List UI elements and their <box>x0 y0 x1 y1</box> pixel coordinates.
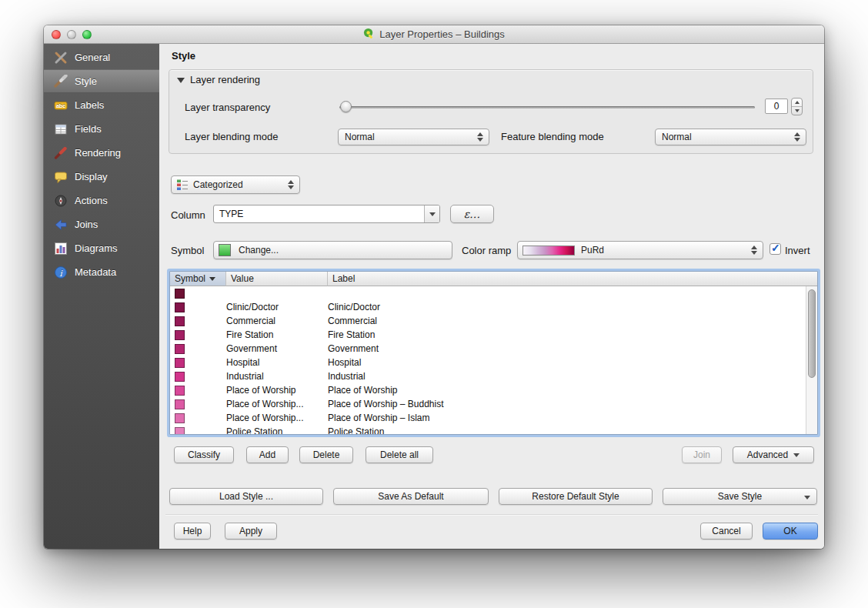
table-scrollbar-thumb[interactable] <box>808 289 816 378</box>
table-scrollbar[interactable] <box>806 286 817 434</box>
transparency-slider-handle[interactable] <box>340 101 352 112</box>
category-label: Commercial <box>328 316 817 326</box>
category-symbol-swatch[interactable] <box>175 330 185 340</box>
minimize-button[interactable] <box>67 30 76 39</box>
page-title: Style <box>172 50 195 62</box>
save-style-menu-arrow-icon <box>804 496 810 499</box>
join-label: Join <box>693 449 710 460</box>
column-combobox[interactable]: TYPE <box>213 205 440 223</box>
add-label: Add <box>259 449 275 460</box>
ok-button[interactable]: OK <box>763 523 818 540</box>
category-symbol-swatch[interactable] <box>175 386 185 396</box>
value-column-header[interactable]: Value <box>226 272 328 286</box>
layer-blending-mode-dropdown[interactable]: Normal <box>338 129 489 145</box>
category-row[interactable] <box>170 286 817 300</box>
category-row[interactable]: Police Station Police Station <box>170 425 817 435</box>
classify-button[interactable]: Classify <box>174 446 234 463</box>
save-style-button[interactable]: Save Style <box>663 488 817 505</box>
category-symbol-swatch[interactable] <box>175 413 185 423</box>
renderer-dropdown[interactable]: Categorized <box>171 175 300 194</box>
window-title: Layer Properties – Buildings <box>363 28 505 42</box>
sidebar-item-fields[interactable]: Fields <box>44 117 159 141</box>
stepper-down-button[interactable] <box>792 106 802 115</box>
style-icon <box>54 75 68 89</box>
category-row[interactable]: Fire Station Fire Station <box>170 328 817 342</box>
cancel-button[interactable]: Cancel <box>700 523 753 540</box>
sidebar-item-metadata[interactable]: i Metadata <box>44 260 159 284</box>
apply-button[interactable]: Apply <box>225 523 277 540</box>
join-button[interactable]: Join <box>682 446 722 463</box>
collapse-triangle-icon[interactable] <box>177 78 185 83</box>
save-as-default-button[interactable]: Save As Default <box>333 488 489 505</box>
combo-arrow-button[interactable] <box>424 205 439 222</box>
category-symbol-swatch[interactable] <box>175 372 185 382</box>
help-button[interactable]: Help <box>174 523 211 540</box>
title-bar[interactable]: Layer Properties – Buildings <box>44 25 824 44</box>
expression-builder-button[interactable]: ε… <box>450 205 494 223</box>
sidebar-item-display[interactable]: Display <box>44 165 159 189</box>
sidebar-item-general[interactable]: General <box>44 45 159 69</box>
restore-default-style-button[interactable]: Restore Default Style <box>499 488 653 505</box>
category-symbol-swatch[interactable] <box>175 316 185 326</box>
sidebar-item-actions[interactable]: Actions <box>44 189 159 212</box>
advanced-button[interactable]: Advanced <box>733 446 814 463</box>
close-button[interactable] <box>52 30 61 39</box>
help-label: Help <box>183 526 202 536</box>
sidebar-item-diagrams[interactable]: Diagrams <box>44 236 159 260</box>
category-row[interactable]: Place of Worship... Place of Worship – B… <box>170 397 817 411</box>
sidebar-label-joins: Joins <box>75 219 98 230</box>
sidebar-item-labels[interactable]: abc Labels <box>44 93 159 117</box>
delete-button[interactable]: Delete <box>299 446 353 463</box>
invert-checkbox[interactable] <box>770 243 781 255</box>
sidebar-item-rendering[interactable]: Rendering <box>44 141 159 165</box>
category-symbol-swatch[interactable] <box>175 289 185 299</box>
category-row[interactable]: Hospital Hospital <box>170 356 817 369</box>
popup-arrows-icon <box>285 180 296 189</box>
label-column-header[interactable]: Label <box>328 272 817 286</box>
category-row[interactable]: Clinic/Doctor Clinic/Doctor <box>170 300 817 314</box>
transparency-slider-track[interactable] <box>339 106 755 109</box>
category-symbol-cell <box>170 302 226 312</box>
layer-blending-mode-label: Layer blending mode <box>185 131 278 143</box>
popup-arrows-icon <box>749 246 760 255</box>
symbol-change-button[interactable]: Change... <box>213 241 452 259</box>
category-symbol-swatch[interactable] <box>175 302 185 312</box>
category-symbol-cell <box>170 330 226 340</box>
category-row[interactable]: Government Government <box>170 342 817 356</box>
category-row[interactable]: Industrial Industrial <box>170 369 817 383</box>
sidebar-item-style[interactable]: Style <box>44 69 159 93</box>
cancel-label: Cancel <box>712 526 740 536</box>
add-button[interactable]: Add <box>246 446 289 463</box>
layer-blending-mode-value: Normal <box>339 132 475 142</box>
category-symbol-swatch[interactable] <box>175 399 185 409</box>
sidebar-item-joins[interactable]: Joins <box>44 212 159 236</box>
sidebar-label-general: General <box>75 52 110 63</box>
category-row[interactable]: Commercial Commercial <box>170 314 817 328</box>
delete-all-button[interactable]: Delete all <box>366 446 433 463</box>
transparency-value-input[interactable] <box>765 99 788 114</box>
category-value: Place of Worship <box>226 385 328 396</box>
popup-arrows-icon <box>792 132 803 142</box>
renderer-value: Categorized <box>189 179 285 190</box>
category-value: Clinic/Doctor <box>226 302 328 312</box>
category-symbol-swatch[interactable] <box>175 344 185 354</box>
symbol-column-header[interactable]: Symbol <box>170 272 226 286</box>
feature-blending-mode-dropdown[interactable]: Normal <box>655 129 806 145</box>
symbol-preview-swatch <box>219 244 231 256</box>
category-row[interactable]: Place of Worship Place of Worship <box>170 383 817 397</box>
color-ramp-dropdown[interactable]: PuRd <box>517 241 763 259</box>
color-ramp-preview <box>522 246 575 256</box>
category-value: Place of Worship... <box>226 399 328 409</box>
category-value: Hospital <box>226 357 328 368</box>
sidebar-label-labels: Labels <box>75 99 104 111</box>
category-value: Place of Worship... <box>226 413 328 423</box>
zoom-button[interactable] <box>82 30 92 39</box>
category-row[interactable]: Place of Worship... Place of Worship – I… <box>170 411 817 425</box>
category-symbol-swatch[interactable] <box>175 358 185 368</box>
stepper-up-button[interactable] <box>792 99 802 106</box>
sidebar-label-rendering: Rendering <box>75 147 121 159</box>
sidebar-label-style: Style <box>75 75 97 87</box>
category-symbol-swatch[interactable] <box>175 427 185 436</box>
load-style-button[interactable]: Load Style ... <box>169 488 323 505</box>
category-symbol-cell <box>170 372 226 382</box>
